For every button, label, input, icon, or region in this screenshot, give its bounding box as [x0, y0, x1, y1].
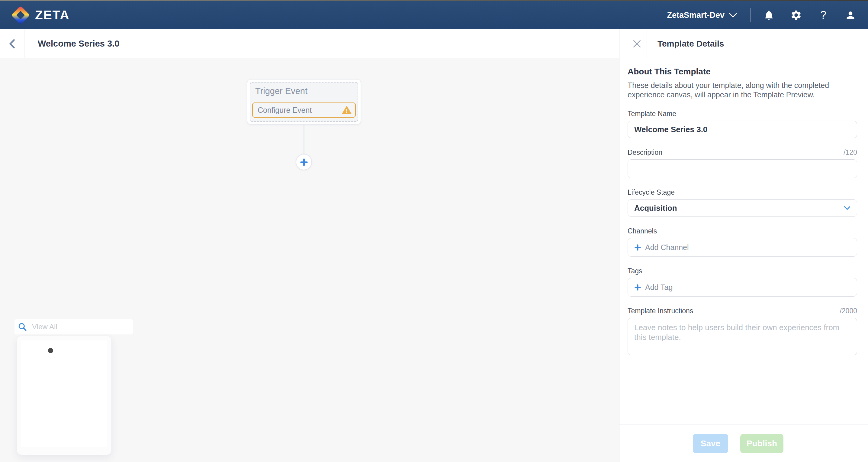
- navbar-icons: ?: [763, 9, 856, 22]
- instructions-textarea[interactable]: [628, 318, 857, 355]
- lifecycle-stage-value: Acquisition: [634, 203, 677, 213]
- add-channel-button[interactable]: Add Channel: [634, 243, 689, 252]
- brand: ZETA: [11, 1, 70, 29]
- navbar-divider: [750, 8, 750, 22]
- panel-header: Template Details: [619, 29, 868, 58]
- settings-button[interactable]: [790, 9, 802, 22]
- about-section-description: These details about your template, along…: [628, 81, 857, 99]
- channels-label: Channels: [628, 227, 657, 235]
- window-edge-strip: [0, 0, 868, 1]
- close-panel-button[interactable]: [627, 29, 647, 58]
- help-button[interactable]: ?: [817, 9, 829, 22]
- profile-icon: [845, 10, 856, 21]
- trigger-event-title: Trigger Event: [255, 86, 358, 96]
- template-name-label: Template Name: [628, 110, 676, 118]
- warning-triangle-icon: [342, 106, 351, 115]
- help-icon: ?: [820, 10, 826, 21]
- palette-item-dot: [48, 348, 53, 353]
- top-navbar: ZETA ZetaSmart-Dev ?: [0, 0, 868, 29]
- instructions-label: Template Instructions: [628, 307, 693, 315]
- lifecycle-stage-label-row: Lifecycle Stage: [628, 189, 857, 197]
- template-name-label-row: Template Name: [628, 110, 857, 118]
- trigger-event-dashed-area: Trigger Event Configure Event: [250, 82, 358, 122]
- back-button[interactable]: [0, 29, 25, 58]
- description-label-row: Description /120: [628, 148, 857, 156]
- notifications-button[interactable]: [763, 9, 775, 22]
- description-label: Description: [628, 148, 662, 156]
- tags-label-row: Tags: [628, 267, 857, 275]
- publish-button[interactable]: Publish: [740, 434, 783, 453]
- plus-icon: [634, 244, 641, 251]
- trigger-event-node[interactable]: Trigger Event Configure Event: [247, 79, 361, 124]
- experience-canvas[interactable]: Trigger Event Configure Event: [0, 58, 619, 462]
- about-section-title: About This Template: [628, 67, 857, 77]
- plus-icon: [634, 284, 641, 291]
- tags-box: Add Tag: [628, 278, 857, 297]
- brand-name: ZETA: [35, 8, 70, 22]
- instructions-counter: /2000: [840, 307, 857, 315]
- page-title: Welcome Series 3.0: [38, 29, 119, 58]
- description-textarea[interactable]: [628, 160, 857, 178]
- node-palette-list: [21, 341, 107, 447]
- plus-icon: [300, 158, 308, 166]
- account-name: ZetaSmart-Dev: [667, 10, 724, 20]
- lifecycle-stage-select[interactable]: Acquisition: [628, 199, 857, 217]
- save-button[interactable]: Save: [693, 434, 728, 453]
- panel-footer: Save Publish: [619, 425, 868, 462]
- template-name-input[interactable]: [628, 121, 857, 138]
- panel-header-divider: [647, 29, 647, 58]
- page-header: Welcome Series 3.0: [0, 29, 619, 58]
- configure-event-button[interactable]: Configure Event: [252, 103, 356, 118]
- instructions-label-row: Template Instructions /2000: [628, 307, 857, 315]
- search-icon: [18, 322, 27, 332]
- zeta-logo-icon: [11, 5, 30, 25]
- node-palette-panel: [17, 336, 112, 455]
- channels-box: Add Channel: [628, 238, 857, 257]
- close-icon: [632, 39, 642, 49]
- lifecycle-stage-label: Lifecycle Stage: [628, 189, 675, 197]
- add-channel-label: Add Channel: [645, 243, 689, 252]
- panel-body: About This Template These details about …: [619, 58, 868, 355]
- node-palette-search: [14, 319, 133, 335]
- add-tag-label: Add Tag: [645, 283, 673, 292]
- channels-label-row: Channels: [628, 227, 857, 235]
- account-switcher[interactable]: ZetaSmart-Dev: [665, 10, 739, 20]
- template-details-panel: Template Details About This Template The…: [619, 29, 868, 462]
- navbar-right: ZetaSmart-Dev ?: [665, 1, 856, 29]
- back-chevron-icon: [7, 38, 17, 49]
- app-root: ZETA ZetaSmart-Dev ?: [0, 0, 868, 462]
- add-step-button[interactable]: [296, 154, 312, 170]
- panel-title: Template Details: [657, 29, 724, 58]
- configure-event-label: Configure Event: [258, 106, 312, 115]
- gear-icon: [790, 9, 802, 21]
- description-counter: /120: [843, 148, 857, 156]
- profile-button[interactable]: [845, 9, 856, 22]
- add-tag-button[interactable]: Add Tag: [634, 283, 673, 292]
- chevron-down-icon: [844, 206, 850, 210]
- node-connector-line: [304, 124, 304, 154]
- chevron-down-icon: [729, 13, 737, 18]
- tags-label: Tags: [628, 267, 642, 275]
- notifications-bell-icon: [764, 10, 774, 21]
- view-all-search-input[interactable]: [31, 322, 116, 331]
